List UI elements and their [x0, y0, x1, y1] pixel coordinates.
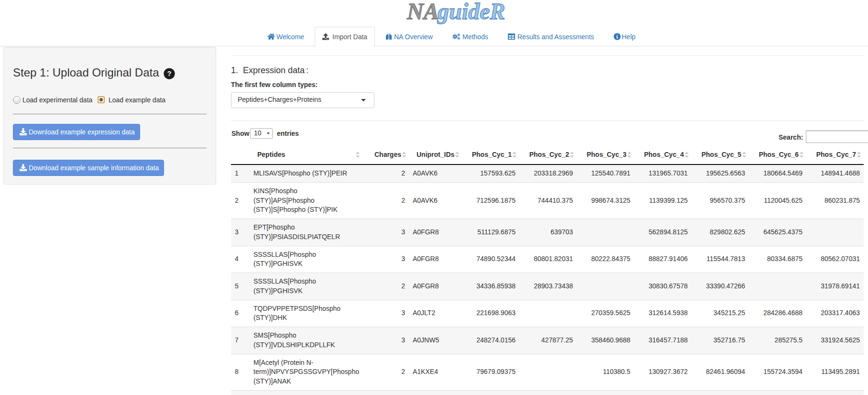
svg-text:guideR: guideR	[437, 0, 505, 24]
svg-text:NA: NA	[407, 0, 439, 24]
svg-text:?: ?	[167, 70, 172, 77]
